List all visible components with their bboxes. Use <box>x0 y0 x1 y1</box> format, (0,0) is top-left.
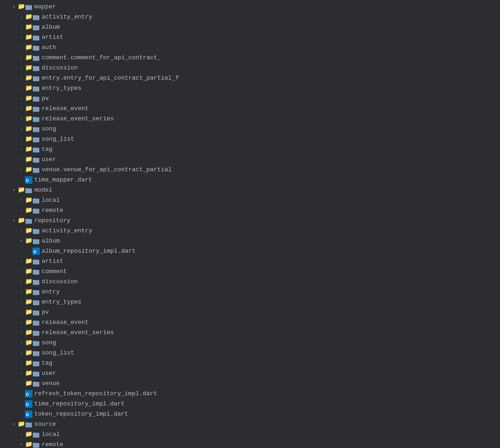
svg-text:D: D <box>26 178 29 183</box>
chevron-icon: › <box>18 338 25 348</box>
chevron-icon: › <box>18 22 25 32</box>
tree-item-comment_1[interactable]: › comment.comment_for_api_contract_ <box>0 53 500 63</box>
tree-item-activity_entry_1[interactable]: › activity_entry <box>0 12 500 22</box>
item-label: song <box>42 124 56 134</box>
folder-icon <box>25 155 40 165</box>
folder-icon <box>25 63 40 73</box>
folder-icon <box>25 83 40 93</box>
item-label: tag <box>42 358 52 368</box>
tree-item-release_event_1[interactable]: › release_event <box>0 104 500 114</box>
svg-text:D: D <box>26 402 29 407</box>
tree-item-user_2[interactable]: › user <box>0 368 500 379</box>
tree-item-song_1[interactable]: › song <box>0 124 500 134</box>
item-label: release_event <box>42 104 88 114</box>
chevron-icon: ▾ <box>18 236 25 246</box>
tree-item-repository[interactable]: ▾ repository <box>0 216 500 226</box>
chevron-icon: › <box>18 348 25 358</box>
folder-icon <box>18 216 32 226</box>
chevron-icon: › <box>18 328 25 338</box>
item-label: discussion <box>42 63 78 73</box>
tree-item-time_mapper_dart[interactable]: › D time_mapper.dart <box>0 175 500 185</box>
folder-icon <box>25 165 40 175</box>
folder-icon <box>25 358 40 368</box>
chevron-icon: › <box>18 12 25 22</box>
tree-item-user_1[interactable]: › user <box>0 155 500 165</box>
item-label: tag <box>42 144 52 155</box>
tree-item-artist_1[interactable]: › artist <box>0 32 500 43</box>
chevron-icon: › <box>18 277 25 287</box>
tree-item-entry_2[interactable]: › entry <box>0 287 500 297</box>
folder-icon <box>25 440 40 448</box>
item-label: entry_types <box>42 83 81 93</box>
tree-item-entry_1[interactable]: › entry.entry_for_api_contract_partial_f <box>0 73 500 83</box>
item-label: pv <box>42 307 49 317</box>
tree-item-time_repository_impl_dart[interactable]: › D time_repository_impl.dart <box>0 399 500 409</box>
tree-item-pv_1[interactable]: › pv <box>0 93 500 104</box>
tree-item-mapper[interactable]: ▾ mapper <box>0 2 500 12</box>
item-label: venue.venue_for_api_contract_partial <box>42 165 172 175</box>
tree-item-local_1[interactable]: › local <box>0 195 500 205</box>
item-label: token_repository_impl.dart <box>34 409 128 419</box>
tree-item-song_list_2[interactable]: › song_list <box>0 348 500 358</box>
tree-item-venue_2[interactable]: › venue <box>0 379 500 389</box>
tree-item-album_repository_impl_dart[interactable]: › D album_repository_impl.dart <box>0 246 500 256</box>
tree-item-venue_1[interactable]: › venue.venue_for_api_contract_partial <box>0 165 500 175</box>
tree-item-local_2[interactable]: › local <box>0 429 500 440</box>
chevron-icon: › <box>18 32 25 43</box>
chevron-icon: › <box>18 124 25 134</box>
chevron-icon: › <box>18 429 25 440</box>
tree-item-tag_2[interactable]: › tag <box>0 358 500 368</box>
folder-icon <box>18 185 32 195</box>
item-label: user <box>42 155 56 165</box>
item-label: venue <box>42 379 60 389</box>
chevron-icon: ▾ <box>18 440 25 448</box>
tree-item-model[interactable]: ▾ model <box>0 185 500 195</box>
tree-item-tag_1[interactable]: › tag <box>0 144 500 155</box>
chevron-icon: › <box>18 379 25 389</box>
chevron-icon: ▾ <box>10 185 18 195</box>
tree-item-remote_2[interactable]: ▾ remote <box>0 440 500 448</box>
dart-file-icon: D <box>32 248 40 255</box>
tree-item-release_event_series_2[interactable]: › release_event_series <box>0 328 500 338</box>
tree-item-refresh_token_repository_impl_dart[interactable]: › D refresh_token_repository_impl.dart <box>0 389 500 399</box>
folder-icon <box>25 53 40 63</box>
tree-item-activity_entry_2[interactable]: › activity_entry <box>0 226 500 236</box>
item-label: source <box>34 419 56 429</box>
tree-item-remote_1[interactable]: › remote <box>0 205 500 216</box>
tree-item-song_2[interactable]: › song <box>0 338 500 348</box>
dart-file-icon: D <box>25 411 32 418</box>
chevron-icon: › <box>18 267 25 277</box>
item-label: user <box>42 368 56 379</box>
folder-icon <box>25 379 40 389</box>
tree-item-auth_1[interactable]: › auth <box>0 43 500 53</box>
folder-icon <box>25 277 40 287</box>
chevron-icon: › <box>18 73 25 83</box>
tree-item-release_event_series_1[interactable]: › release_event_series <box>0 114 500 124</box>
tree-item-token_repository_impl_dart[interactable]: › D token_repository_impl.dart <box>0 409 500 419</box>
chevron-icon: › <box>18 134 25 144</box>
file-tree: ▾ mapper› activity_entry› album› artist›… <box>0 0 500 448</box>
tree-item-entry_types_2[interactable]: › entry_types <box>0 297 500 307</box>
tree-item-entry_types_1[interactable]: › entry_types <box>0 83 500 93</box>
tree-item-comment_2[interactable]: › comment <box>0 267 500 277</box>
tree-item-release_event_2[interactable]: › release_event <box>0 317 500 328</box>
tree-item-artist_2[interactable]: › artist <box>0 256 500 267</box>
tree-item-album_1[interactable]: › album <box>0 22 500 32</box>
chevron-icon: › <box>18 104 25 114</box>
tree-item-song_list_1[interactable]: › song_list <box>0 134 500 144</box>
tree-item-discussion_1[interactable]: › discussion <box>0 63 500 73</box>
item-label: mapper <box>34 2 56 12</box>
chevron-icon: › <box>18 43 25 53</box>
folder-icon <box>25 205 40 216</box>
tree-item-album_2[interactable]: ▾ album <box>0 236 500 246</box>
folder-icon <box>25 114 40 124</box>
item-label: release_event <box>42 317 88 328</box>
item-label: time_mapper.dart <box>34 175 92 185</box>
chevron-icon: › <box>18 205 25 216</box>
folder-icon <box>25 93 40 104</box>
tree-item-pv_2[interactable]: › pv <box>0 307 500 317</box>
tree-item-discussion_2[interactable]: › discussion <box>0 277 500 287</box>
chevron-icon: › <box>18 63 25 73</box>
item-label: auth <box>42 43 56 53</box>
tree-item-source[interactable]: ▾ source <box>0 419 500 429</box>
